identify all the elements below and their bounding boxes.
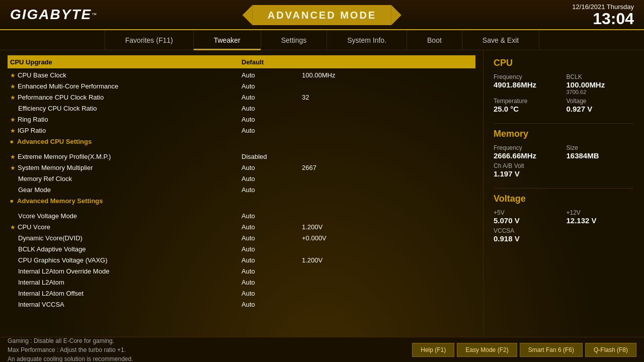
mode-text: ADVANCED MODE [253, 5, 391, 25]
sys-mem-mult-value: Auto [242, 164, 302, 171]
cpu-graphics-volt-value: Auto [242, 256, 302, 264]
mem-size-label: Size [567, 144, 634, 151]
tab-tweaker[interactable]: Tweaker [194, 30, 261, 50]
vcore-volt-mode-row[interactable]: Vcore Voltage Mode Auto [8, 210, 475, 221]
adv-cpu-settings-heading[interactable]: Advanced CPU Settings [8, 136, 475, 147]
star-icon: ★ [10, 116, 16, 123]
v12-value: 12.132 V [567, 216, 634, 225]
cpu-bclk-label: BCLK [567, 73, 634, 80]
eff-cpu-clock-label: Efficiency CPU Clock Ratio [10, 105, 242, 112]
mem-ref-clock-row[interactable]: Memory Ref Clock Auto [8, 173, 475, 184]
adv-cpu-settings-label: Advanced CPU Settings [10, 138, 242, 145]
mem-freq-value: 2666.66MHz [494, 151, 561, 160]
cpu-vcore-row[interactable]: ★CPU Vcore Auto 1.200V [8, 221, 475, 232]
help-line2: Max Performance : Adjust the turbo ratio… [8, 345, 133, 354]
easy-mode-button[interactable]: Easy Mode (F2) [457, 343, 517, 357]
ring-ratio-row[interactable]: ★Ring Ratio Auto [8, 114, 475, 125]
vcore-volt-mode-label: Vcore Voltage Mode [10, 212, 242, 220]
l2atom-override-value: Auto [242, 267, 302, 275]
cpu-temp-label: Temperature [494, 98, 561, 105]
l2atom-value: Auto [242, 279, 302, 286]
nav-tabs: Favorites (F11) Tweaker Settings System … [0, 30, 644, 50]
vccsa-label: VCCSA [494, 227, 634, 234]
left-panel: CPU Upgrade Default ★CPU Base Clock Auto… [0, 50, 483, 337]
memory-section-title: Memory [494, 129, 634, 139]
l2atom-offset-row[interactable]: Internal L2Atom Offset Auto [8, 288, 475, 299]
eff-cpu-clock-row[interactable]: Efficiency CPU Clock Ratio Auto [8, 103, 475, 114]
cpu-section-title: CPU [494, 58, 634, 68]
ring-ratio-value: Auto [242, 116, 302, 123]
mem-chvolt-label: Ch A/B Volt [494, 162, 634, 169]
cpu-freq-value: 4901.86MHz [494, 80, 561, 89]
adv-mem-settings-label: Advanced Memory Settings [10, 197, 242, 205]
logo-text: GIGABYTE [10, 7, 92, 23]
logo: GIGABYTE™ [10, 7, 97, 23]
cpu-upgrade-row[interactable]: CPU Upgrade Default [8, 55, 475, 68]
voltage-section-title: Voltage [494, 194, 634, 204]
cpu-base-clock-row[interactable]: ★CPU Base Clock Auto 100.00MHz [8, 69, 475, 80]
ring-ratio-label: ★Ring Ratio [10, 116, 242, 123]
star-icon: ★ [10, 83, 16, 90]
perf-cpu-clock-row[interactable]: ★Peformance CPU Clock Ratio Auto 32 [8, 92, 475, 103]
cpu-graphics-volt-value2: 1.200V [302, 256, 352, 264]
tab-favorites[interactable]: Favorites (F11) [105, 30, 194, 50]
help-line1: Gaming : Disable all E-Core for gaming. [8, 336, 133, 345]
tab-boot[interactable]: Boot [407, 30, 462, 50]
dynamic-vcore-row[interactable]: Dynamic Vcore(DVID) Auto +0.000V [8, 232, 475, 243]
qflash-button[interactable]: Q-Flash (F8) [585, 343, 636, 357]
bottom-bar: Gaming : Disable all E-Core for gaming. … [0, 337, 644, 362]
cpu-base-clock-label: ★CPU Base Clock [10, 71, 242, 79]
vcore-volt-mode-value: Auto [242, 212, 302, 220]
mem-ref-clock-value: Auto [242, 175, 302, 183]
xmp-value: Disabled [242, 153, 302, 160]
star-icon: ★ [10, 153, 16, 160]
cpu-bclk-sub: 3700.62 [567, 89, 634, 95]
cpu-temp-value: 25.0 °C [494, 105, 561, 113]
chevron-left-icon [243, 5, 253, 25]
sys-mem-mult-row[interactable]: ★System Memory Multiplier Auto 2667 [8, 162, 475, 173]
internal-vccsa-row[interactable]: Internal VCCSA Auto [8, 299, 475, 310]
perf-cpu-clock-value2: 32 [302, 94, 352, 101]
l2atom-offset-value: Auto [242, 290, 302, 297]
l2atom-offset-label: Internal L2Atom Offset [10, 290, 242, 297]
cpu-graphics-volt-row[interactable]: CPU Graphics Voltage (VAXG) Auto 1.200V [8, 254, 475, 265]
xmp-row[interactable]: ★Extreme Memory Profile(X.M.P.) Disabled [8, 151, 475, 162]
enhanced-multicore-row[interactable]: ★Enhanced Multi-Core Performance Auto [8, 80, 475, 92]
internal-vccsa-value: Auto [242, 301, 302, 308]
bottom-buttons: Help (F1) Easy Mode (F2) Smart Fan 6 (F6… [412, 343, 636, 357]
cpu-freq-label: Frequency [494, 73, 561, 80]
v12-label: +12V [567, 209, 634, 216]
gear-mode-label: Gear Mode [10, 186, 242, 194]
gear-mode-row[interactable]: Gear Mode Auto [8, 184, 475, 195]
v5-label: +5V [494, 209, 561, 216]
tab-settings[interactable]: Settings [261, 30, 328, 50]
gear-mode-value: Auto [242, 186, 302, 194]
star-icon: ★ [10, 127, 16, 134]
sys-mem-mult-label: ★System Memory Multiplier [10, 164, 242, 171]
eff-cpu-clock-value: Auto [242, 105, 302, 112]
igp-ratio-row[interactable]: ★IGP Ratio Auto [8, 125, 475, 136]
bclk-adapt-value: Auto [242, 245, 302, 253]
help-line3: An adequate cooling solution is recommen… [8, 354, 133, 363]
dynamic-vcore-value: Auto [242, 234, 302, 242]
adv-mem-settings-heading[interactable]: Advanced Memory Settings [8, 195, 475, 206]
l2atom-override-row[interactable]: Internal L2Atom Override Mode Auto [8, 265, 475, 277]
l2atom-override-label: Internal L2Atom Override Mode [10, 267, 242, 275]
cpu-vcore-label: ★CPU Vcore [10, 223, 242, 231]
l2atom-row[interactable]: Internal L2Atom Auto [8, 277, 475, 288]
help-button[interactable]: Help (F1) [412, 343, 454, 357]
mem-chvolt-value: 1.197 V [494, 169, 634, 178]
mode-title: ADVANCED MODE [243, 0, 401, 30]
cpu-volt-value: 0.927 V [567, 105, 634, 113]
cpu-vcore-value2: 1.200V [302, 223, 352, 231]
smart-fan-button[interactable]: Smart Fan 6 (F6) [520, 343, 583, 357]
dynamic-vcore-value2: +0.000V [302, 234, 352, 242]
bclk-adapt-row[interactable]: BCLK Adaptive Voltage Auto [8, 243, 475, 254]
cpu-base-clock-value2: 100.00MHz [302, 71, 352, 79]
star-icon: ★ [10, 164, 16, 171]
tab-sysinfo[interactable]: System Info. [327, 30, 407, 50]
mem-size-value: 16384MB [567, 151, 634, 160]
tab-save-exit[interactable]: Save & Exit [462, 30, 539, 50]
star-icon: ★ [10, 224, 16, 231]
v5-value: 5.070 V [494, 216, 561, 225]
